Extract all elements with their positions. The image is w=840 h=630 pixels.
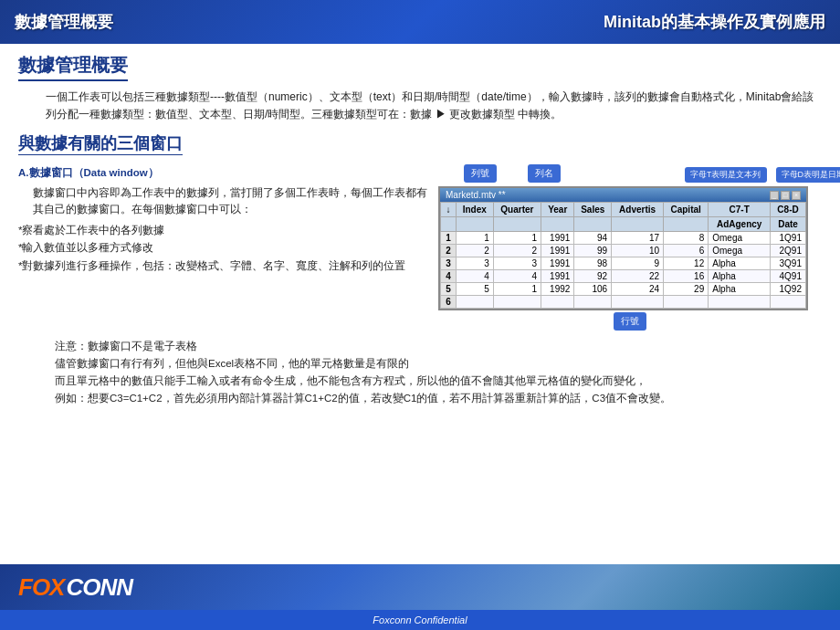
logo-fox-text: FOX bbox=[18, 573, 64, 602]
cell-3-sales: 98 bbox=[574, 257, 612, 270]
cell-6-adagency bbox=[709, 296, 771, 309]
cell-4-adagency: Alpha bbox=[709, 270, 771, 283]
th-c7t: C7-T bbox=[709, 203, 771, 217]
cell-2-year: 1991 bbox=[541, 245, 574, 257]
cell-1-adagency: Omega bbox=[709, 232, 771, 245]
notes-section: 注意：數據窗口不是電子表格 儘管數據窗口有行有列，但他與Excel表格不同，他的… bbox=[18, 338, 822, 407]
th-sales: Sales bbox=[574, 203, 612, 217]
minitab-window-controls[interactable]: _ □ × bbox=[770, 191, 801, 200]
cell-6-index bbox=[456, 296, 493, 309]
row-num-1: 1 bbox=[441, 232, 457, 245]
header-left-title: 數據管理概要 bbox=[15, 11, 113, 33]
left-column: A.數據窗口（Data window） 數據窗口中內容即為工作表中的數據列，當打… bbox=[18, 164, 429, 331]
two-col-layout: A.數據窗口（Data window） 數據窗口中內容即為工作表中的數據列，當打… bbox=[18, 164, 822, 331]
cell-3-index: 3 bbox=[456, 257, 493, 270]
cell-4-date: 4Q91 bbox=[771, 270, 806, 283]
cell-3-advertis: 9 bbox=[612, 257, 664, 270]
section2-title: 與數據有關的三個窗口 bbox=[18, 132, 183, 155]
th-year: Year bbox=[541, 203, 574, 217]
intro-text: 一個工作表可以包括三種數據類型----數值型（numeric）、文本型（text… bbox=[46, 89, 822, 123]
header: 數據管理概要 Minitab的基本操作及實例應用 bbox=[0, 0, 840, 44]
minitab-titlebar: Marketd.mtv ** _ □ × bbox=[440, 188, 806, 202]
bullet-1: *察看處於工作表中的各列數據 bbox=[18, 222, 429, 240]
data-table: ↓ Index Quarter Year Sales Advertis Capi… bbox=[440, 202, 806, 309]
th-sub-blank2 bbox=[456, 217, 493, 232]
row-num-5: 5 bbox=[441, 283, 457, 296]
th-c8d: C8-D bbox=[771, 203, 806, 217]
minimize-button[interactable]: _ bbox=[770, 191, 779, 200]
cell-4-index: 4 bbox=[456, 270, 493, 283]
cell-4-quarter: 4 bbox=[493, 270, 541, 283]
cell-4-year: 1991 bbox=[541, 270, 574, 283]
table-row: 6 bbox=[441, 296, 806, 309]
t-label-annotation: 字母T表明是文本列 bbox=[685, 167, 767, 184]
cell-2-date: 2Q91 bbox=[771, 245, 806, 257]
th-advertis: Advertis bbox=[612, 203, 664, 217]
cell-2-index: 2 bbox=[456, 245, 493, 257]
table-row: 4 4 4 1991 92 22 16 Alpha 4Q91 bbox=[441, 270, 806, 283]
cell-4-capital: 16 bbox=[664, 270, 709, 283]
cell-5-advertis: 24 bbox=[612, 283, 664, 296]
cell-2-adagency: Omega bbox=[709, 245, 771, 257]
right-column: 列號 列名 字母T表明是文本列 字母D表明是日期/時間列 Marketd.mtv… bbox=[438, 164, 822, 331]
col-num-annotation: 列號 bbox=[464, 164, 497, 183]
cell-1-advertis: 17 bbox=[612, 232, 664, 245]
datawindow-heading: A.數據窗口（Data window） bbox=[18, 164, 429, 181]
table-header-row-1: ↓ Index Quarter Year Sales Advertis Capi… bbox=[441, 203, 806, 217]
cell-4-advertis: 22 bbox=[612, 270, 664, 283]
cell-5-year: 1992 bbox=[541, 283, 574, 296]
th-quarter: Quarter bbox=[493, 203, 541, 217]
th-sub-blank3 bbox=[493, 217, 541, 232]
table-row: 5 5 1 1992 106 24 29 Alpha 1Q92 bbox=[441, 283, 806, 296]
note-3: 而且單元格中的數值只能手工輸入或者有命令生成，他不能包含有方程式，所以他的值不會… bbox=[55, 373, 822, 390]
cell-6-advertis bbox=[612, 296, 664, 309]
th-arrow: ↓ bbox=[441, 203, 457, 217]
row-num-4: 4 bbox=[441, 270, 457, 283]
maximize-button[interactable]: □ bbox=[781, 191, 790, 200]
th-index: Index bbox=[456, 203, 493, 217]
cell-4-sales: 92 bbox=[574, 270, 612, 283]
logo-bar: FOXCONN bbox=[0, 564, 840, 610]
table-row: 2 2 2 1991 99 10 6 Omega 2Q91 bbox=[441, 245, 806, 257]
bullet-3: *對數據列進行多種操作，包括：改變格式、字體、名字、寬度、注解和列的位置 bbox=[18, 257, 429, 276]
table-header-row-2: AdAgency Date bbox=[441, 217, 806, 232]
top-annotations: 列號 列名 字母T表明是文本列 字母D表明是日期/時間列 bbox=[438, 164, 822, 183]
th-sub-blank5 bbox=[574, 217, 612, 232]
cell-5-adagency: Alpha bbox=[709, 283, 771, 296]
cell-2-capital: 6 bbox=[664, 245, 709, 257]
row-num-annotation: 行號 bbox=[614, 312, 646, 331]
table-row: 1 1 1 1991 94 17 8 Omega 1Q91 bbox=[441, 232, 806, 245]
note-2: 儘管數據窗口有行有列，但他與Excel表格不同，他的單元格數量是有限的 bbox=[55, 355, 822, 373]
note-4: 例如：想要C3=C1+C2，首先必須用內部計算器計算C1+C2的值，若改變C1的… bbox=[55, 390, 822, 407]
th-sub-date: Date bbox=[771, 217, 806, 232]
close-button[interactable]: × bbox=[792, 191, 801, 200]
confidential-text: Foxconn Confidential bbox=[373, 614, 467, 625]
cell-5-date: 1Q92 bbox=[771, 283, 806, 296]
intro-paragraph: 一個工作表可以包括三種數據類型----數值型（numeric）、文本型（text… bbox=[46, 90, 814, 121]
logo-conn-text: CONN bbox=[66, 573, 132, 602]
cell-2-quarter: 2 bbox=[493, 245, 541, 257]
cell-5-quarter: 1 bbox=[493, 283, 541, 296]
cell-6-date bbox=[771, 296, 806, 309]
datawindow-desc: 數據窗口中內容即為工作表中的數據列，當打開了多個工作表時，每個工作表都有其自己的… bbox=[33, 184, 429, 218]
cell-1-index: 1 bbox=[456, 232, 493, 245]
cell-1-quarter: 1 bbox=[493, 232, 541, 245]
page-title: 數據管理概要 bbox=[18, 53, 128, 81]
bullet-2: *輸入數值並以多種方式修改 bbox=[18, 239, 429, 257]
cell-3-quarter: 3 bbox=[493, 257, 541, 270]
cell-1-year: 1991 bbox=[541, 232, 574, 245]
cell-3-date: 3Q91 bbox=[771, 257, 806, 270]
table-row: 3 3 3 1991 98 9 12 Alpha 3Q91 bbox=[441, 257, 806, 270]
bullet-list: *察看處於工作表中的各列數據 *輸入數值並以多種方式修改 *對數據列進行多種操作… bbox=[18, 222, 429, 276]
cell-2-sales: 99 bbox=[574, 245, 612, 257]
cell-6-year bbox=[541, 296, 574, 309]
th-capital: Capital bbox=[664, 203, 709, 217]
cell-5-index: 5 bbox=[456, 283, 493, 296]
row-num-6: 6 bbox=[441, 296, 457, 309]
date-label-annotation: 字母D表明是日期/時間列 bbox=[776, 167, 841, 184]
main-content: 數據管理概要 一個工作表可以包括三種數據類型----數值型（numeric）、文… bbox=[0, 44, 840, 548]
footer: FOXCONN Foxconn Confidential bbox=[0, 564, 840, 630]
confidential-bar: Foxconn Confidential bbox=[0, 610, 840, 630]
cell-1-sales: 94 bbox=[574, 232, 612, 245]
note-1: 注意：數據窗口不是電子表格 bbox=[55, 338, 822, 355]
